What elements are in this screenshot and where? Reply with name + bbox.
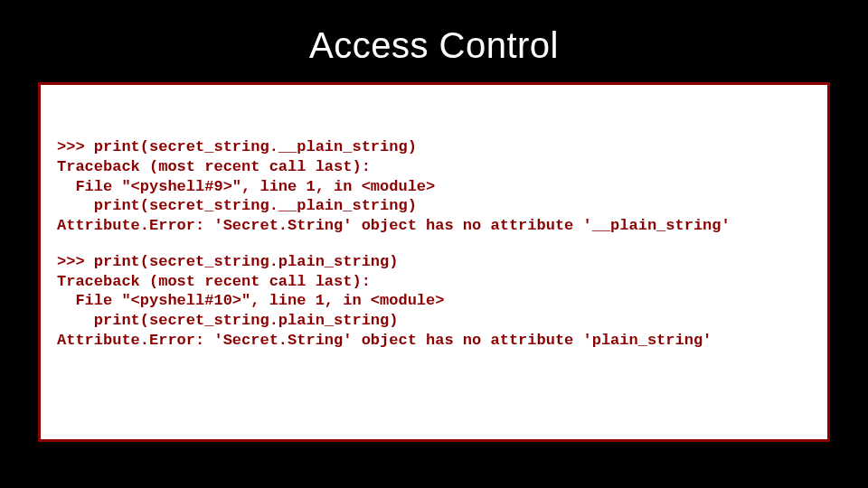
code-block-2: >>> print(secret_string.plain_string) Tr… (57, 252, 811, 351)
code-panel: >>> print(secret_string.__plain_string) … (38, 82, 830, 442)
slide: Access Control >>> print(secret_string._… (0, 0, 868, 488)
code-block-1: >>> print(secret_string.__plain_string) … (57, 137, 811, 236)
page-title: Access Control (0, 0, 868, 82)
